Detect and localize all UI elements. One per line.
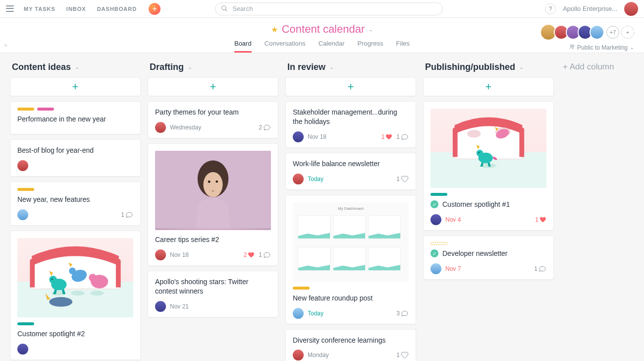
column-header[interactable]: In review ⌄ [285,60,416,77]
svg-point-10 [52,278,53,280]
tag-teal [430,193,447,196]
project-members: +7 + [543,24,634,41]
tab-progress[interactable]: Progress [358,40,383,53]
star-icon[interactable]: ★ [271,25,278,34]
card-title: Customer spotlight #2 [17,329,133,339]
card-title: Career tips series #2 [155,235,271,244]
svg-point-19 [208,180,211,183]
tab-files[interactable]: Files [396,40,410,53]
card-title: Customer spotlight #1 [442,200,510,209]
org-name[interactable]: Apollo Enterprise... [563,5,617,12]
column-title: Publishing/published [425,62,515,72]
svg-point-12 [69,267,76,274]
task-card[interactable]: ✓ Customer spotlight #1 Nov 4 1 [423,101,554,231]
svg-rect-4 [17,285,133,316]
task-card[interactable]: Performance in the new year [10,101,141,134]
chevron-down-icon: ⌄ [188,64,192,70]
card-title: Best-of blog for year-end [17,146,133,155]
member-avatar[interactable] [590,25,604,40]
task-card[interactable]: Best-of blog for year-end [10,139,141,177]
tag-yellow [430,242,447,245]
add-card-button[interactable]: + [148,77,278,96]
nav-dashboard[interactable]: DASHBOARD [97,6,137,12]
card-cover-image: My Dashboard [293,202,409,282]
project-visibility[interactable]: Public to Marketing ⌄ [569,44,634,51]
task-card[interactable]: New year, new features 1 [10,181,141,226]
add-card-button[interactable]: + [423,77,554,96]
task-card[interactable]: Diversity conference learnings Monday 1 [285,329,416,361]
tag-pink [37,108,54,111]
column-title: Drafting [150,62,184,72]
card-cover-image [430,109,546,188]
chevron-down-icon: ⌄ [75,64,79,70]
search-input[interactable] [215,2,443,15]
likes-indicator: 1 [535,216,546,223]
due-date: Today [308,176,323,182]
add-card-button[interactable]: + [285,77,416,96]
assignee-avatar[interactable] [293,350,304,361]
complete-check-icon: ✓ [430,200,438,208]
task-card[interactable]: Customer spotlight #2 [10,231,141,360]
column-header[interactable]: Drafting ⌄ [148,60,278,77]
project-menu-chevron-icon[interactable]: ⌄ [369,26,373,33]
global-add-button[interactable]: + [149,3,161,15]
assignee-avatar[interactable] [155,301,166,312]
svg-point-3 [573,45,574,47]
due-date: Nov 21 [170,303,189,310]
chevron-down-icon: ⌄ [519,64,524,70]
tab-conversations[interactable]: Conversations [265,40,306,53]
add-column-button[interactable]: + Add column [561,60,634,356]
tag-yellow [293,287,310,290]
assignee-avatar[interactable] [17,209,28,220]
expand-sidebar-icon[interactable]: » [4,42,7,49]
column-header[interactable]: Content ideas ⌄ [10,60,141,77]
assignee-avatar[interactable] [430,263,441,274]
tab-board[interactable]: Board [234,40,252,53]
add-card-button[interactable]: + [10,77,141,96]
tag-yellow [17,188,34,191]
comments-indicator: 1 [259,251,271,259]
assignee-avatar[interactable] [17,344,28,355]
assignee-avatar[interactable] [430,214,441,225]
card-cover-image [155,151,271,230]
assignee-avatar[interactable] [155,249,166,260]
tab-calendar[interactable]: Calendar [319,40,345,53]
card-title: Developer newsletter [442,249,508,258]
comments-indicator: 3 [396,309,409,317]
user-avatar[interactable] [624,2,638,16]
comments-indicator: 1 [396,175,409,183]
menu-icon[interactable] [6,5,14,13]
task-card[interactable]: ✓ Developer newsletter Nov 7 1 [423,236,554,280]
assignee-avatar[interactable] [155,122,166,133]
nav-my-tasks[interactable]: MY TASKS [24,6,55,12]
task-card[interactable]: Career tips series #2 Nov 18 2 1 [148,143,278,266]
add-member-button[interactable]: + [621,26,634,39]
svg-point-23 [467,130,481,138]
help-button[interactable]: ? [545,3,556,14]
due-date: Nov 7 [445,265,461,272]
task-card[interactable]: Stakeholder management...during the holi… [285,101,416,148]
people-icon [569,44,575,51]
more-members-button[interactable]: +7 [606,26,619,39]
column-title: Content ideas [12,62,71,72]
due-date: Today [308,310,323,317]
task-card[interactable]: Apollo's shooting stars: Twitter contest… [148,271,278,317]
project-title: Content calendar [282,23,365,36]
nav-inbox[interactable]: INBOX [66,6,86,12]
task-card[interactable]: My Dashboard New feature roundup post To… [285,195,416,324]
task-card[interactable]: Party themes for your team Wednesday 2 [148,101,278,138]
svg-point-0 [222,5,226,9]
likes-indicator: 2 [244,251,255,258]
svg-point-6 [71,291,84,296]
svg-point-2 [570,45,572,47]
assignee-avatar[interactable] [293,131,304,142]
assignee-avatar[interactable] [293,174,304,184]
task-card[interactable]: Work-life balance newsletter Today 1 [285,153,416,190]
column-title: In review [287,62,325,72]
dashboard-preview-title: My Dashboard [293,206,409,211]
assignee-avatar[interactable] [17,160,28,171]
column-header[interactable]: Publishing/published ⌄ [423,60,554,77]
assignee-avatar[interactable] [293,308,304,319]
visibility-label: Public to Marketing [577,44,628,51]
card-title: Work-life balance newsletter [293,159,409,169]
